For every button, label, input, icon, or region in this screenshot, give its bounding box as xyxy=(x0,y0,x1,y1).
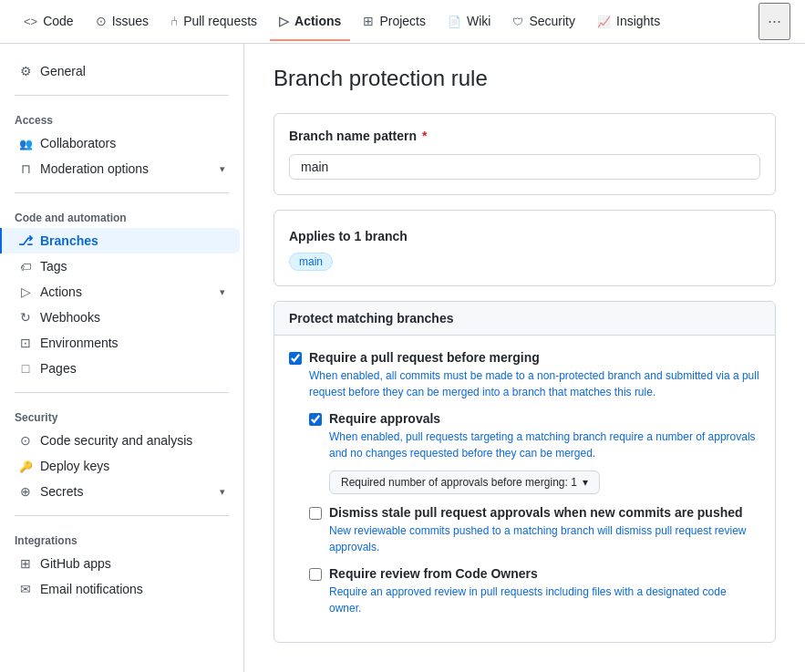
applies-card: Applies to 1 branch main xyxy=(273,210,776,286)
sidebar-item-code-security[interactable]: Code security and analysis xyxy=(4,428,240,453)
require-approvals-row: Require approvals When enabled, pull req… xyxy=(309,411,760,494)
sidebar-divider-4 xyxy=(15,515,229,516)
sidebar-divider-3 xyxy=(15,392,229,393)
nav-code[interactable]: Code xyxy=(15,3,83,41)
require-approvals-content: Require approvals When enabled, pull req… xyxy=(329,411,760,494)
nav-pull-requests[interactable]: Pull requests xyxy=(161,3,266,41)
sidebar-item-collaborators[interactable]: Collaborators xyxy=(4,130,240,156)
wiki-icon xyxy=(448,14,461,28)
page-layout: General Access Collaborators Moderation … xyxy=(0,44,805,672)
sidebar-item-deploy-keys[interactable]: Deploy keys xyxy=(4,453,240,479)
protect-body: Require a pull request before merging Wh… xyxy=(274,336,775,642)
sidebar-divider-1 xyxy=(15,95,229,96)
approvals-dropdown[interactable]: Required number of approvals before merg… xyxy=(329,470,600,494)
require-code-owners-checkbox[interactable] xyxy=(309,568,322,581)
actions-icon xyxy=(279,14,289,28)
insights-icon xyxy=(597,14,611,28)
require-pr-row: Require a pull request before merging Wh… xyxy=(289,350,760,400)
page-title: Branch protection rule xyxy=(273,66,776,91)
code-icon xyxy=(24,14,37,28)
moderation-icon xyxy=(18,161,33,176)
approvals-dropdown-label: Required number of approvals before merg… xyxy=(341,476,577,489)
require-pr-desc: When enabled, all commits must be made t… xyxy=(309,367,760,400)
nav-more-button[interactable]: ··· xyxy=(759,3,790,40)
branch-pattern-body: Branch name pattern * xyxy=(274,114,775,194)
require-approvals-checkbox[interactable] xyxy=(309,413,322,426)
require-pr-content: Require a pull request before merging Wh… xyxy=(309,350,760,400)
require-pr-checkbox[interactable] xyxy=(289,352,302,365)
required-star: * xyxy=(418,129,427,143)
nav-projects[interactable]: Projects xyxy=(354,3,435,41)
chevron-down-icon: ▾ xyxy=(220,486,225,498)
sidebar-item-tags[interactable]: Tags xyxy=(4,253,240,279)
top-navigation: Code Issues Pull requests Actions Projec… xyxy=(0,0,805,44)
webhook-icon xyxy=(18,310,33,325)
secret-icon xyxy=(18,484,33,499)
applies-body: Applies to 1 branch main xyxy=(274,211,775,285)
branch-pattern-input[interactable] xyxy=(289,154,760,180)
sidebar-section-security: Security xyxy=(0,404,243,428)
protect-card: Protect matching branches Require a pull… xyxy=(273,301,776,643)
sidebar: General Access Collaborators Moderation … xyxy=(0,44,244,672)
sidebar-item-general[interactable]: General xyxy=(4,58,240,84)
gear-icon xyxy=(18,64,33,78)
email-icon xyxy=(18,582,33,596)
branch-icon xyxy=(18,233,33,248)
sidebar-item-pages[interactable]: Pages xyxy=(4,356,240,381)
require-code-owners-desc: Require an approved review in pull reque… xyxy=(329,584,760,616)
sub-rules-section: Require approvals When enabled, pull req… xyxy=(309,411,760,616)
sidebar-item-secrets[interactable]: Secrets ▾ xyxy=(4,479,240,504)
dismiss-stale-checkbox[interactable] xyxy=(309,507,322,520)
nav-insights[interactable]: Insights xyxy=(588,3,669,41)
sidebar-item-email-notifications[interactable]: Email notifications xyxy=(4,576,240,602)
sidebar-item-environments[interactable]: Environments xyxy=(4,330,240,356)
key-icon xyxy=(18,459,33,473)
protect-header: Protect matching branches xyxy=(274,302,775,336)
sidebar-section-code-automation: Code and automation xyxy=(0,204,243,228)
issues-icon xyxy=(96,14,107,28)
require-code-owners-content: Require review from Code Owners Require … xyxy=(329,566,760,616)
sidebar-item-branches[interactable]: Branches xyxy=(0,228,240,253)
sidebar-divider-2 xyxy=(15,192,229,193)
ghapp-icon xyxy=(18,556,33,571)
require-approvals-desc: When enabled, pull requests targeting a … xyxy=(329,429,760,461)
applies-label: Applies to 1 branch xyxy=(289,229,760,243)
pages-icon xyxy=(18,361,33,376)
nav-wiki[interactable]: Wiki xyxy=(439,3,500,41)
dismiss-stale-desc: New reviewable commits pushed to a match… xyxy=(329,522,760,555)
require-code-owners-row: Require review from Code Owners Require … xyxy=(309,566,760,616)
sidebar-item-actions[interactable]: Actions ▾ xyxy=(4,279,240,305)
sidebar-section-integrations: Integrations xyxy=(0,527,243,551)
sidebar-item-webhooks[interactable]: Webhooks xyxy=(4,305,240,330)
dropdown-chevron-icon: ▾ xyxy=(583,476,588,489)
sidebar-item-moderation[interactable]: Moderation options ▾ xyxy=(4,156,240,181)
dismiss-stale-content: Dismiss stale pull request approvals whe… xyxy=(329,505,760,555)
dismiss-stale-row: Dismiss stale pull request approvals whe… xyxy=(309,505,760,555)
branch-pattern-card: Branch name pattern * xyxy=(273,113,776,195)
sidebar-item-github-apps[interactable]: GitHub apps xyxy=(4,551,240,576)
require-approvals-label: Require approvals xyxy=(329,411,760,426)
nav-issues[interactable]: Issues xyxy=(87,3,158,41)
environments-icon xyxy=(18,336,33,350)
security-icon xyxy=(512,14,523,28)
require-code-owners-label: Require review from Code Owners xyxy=(329,566,760,581)
pr-icon xyxy=(170,14,178,28)
nav-actions[interactable]: Actions xyxy=(270,3,350,41)
sidebar-section-access: Access xyxy=(0,107,243,130)
chevron-down-icon: ▾ xyxy=(220,286,225,298)
chevron-down-icon: ▾ xyxy=(220,163,225,175)
code-security-icon xyxy=(18,433,33,448)
collaborators-icon xyxy=(18,136,33,150)
tag-icon xyxy=(18,259,33,274)
branch-badge: main xyxy=(289,253,333,271)
require-pr-label: Require a pull request before merging xyxy=(309,350,760,365)
branch-pattern-label: Branch name pattern * xyxy=(289,129,760,143)
actions-sidebar-icon xyxy=(18,284,33,299)
main-content: Branch protection rule Branch name patte… xyxy=(244,44,805,672)
projects-icon xyxy=(363,14,374,28)
dismiss-stale-label: Dismiss stale pull request approvals whe… xyxy=(329,505,760,520)
nav-security[interactable]: Security xyxy=(503,3,584,41)
